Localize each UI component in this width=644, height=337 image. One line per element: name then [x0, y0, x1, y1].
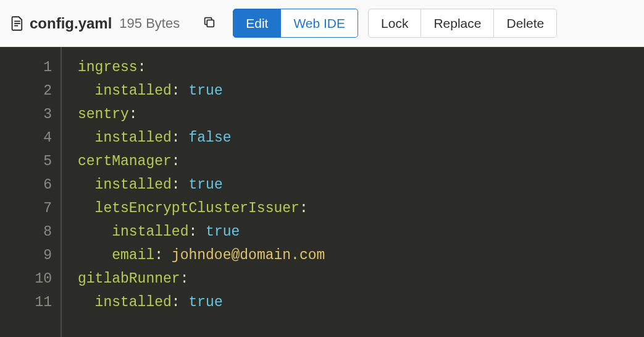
svg-rect-3 — [207, 20, 214, 27]
file-toolbar: config.yaml 195 Bytes Edit Web IDE Lock … — [0, 0, 644, 47]
code-line: sentry: — [78, 103, 325, 126]
line-number: 2 — [0, 79, 52, 103]
line-number-gutter: 1234567891011 — [0, 47, 62, 337]
code-line: installed: true — [78, 173, 325, 197]
replace-button[interactable]: Replace — [421, 9, 494, 38]
line-number: 9 — [0, 244, 52, 267]
file-icon — [11, 16, 23, 31]
code-line: installed: true — [78, 220, 325, 244]
line-number: 3 — [0, 103, 52, 126]
edit-button[interactable]: Edit — [233, 9, 281, 38]
code-line: installed: true — [78, 79, 325, 103]
code-line: installed: true — [78, 291, 325, 314]
web-ide-button[interactable]: Web IDE — [281, 9, 358, 38]
code-line: letsEncryptClusterIssuer: — [78, 197, 325, 220]
line-number: 1 — [0, 56, 52, 79]
code-line: certManager: — [78, 150, 325, 173]
delete-button[interactable]: Delete — [494, 9, 557, 38]
filesize: 195 Bytes — [119, 15, 180, 32]
code-viewer: 1234567891011 ingress: installed: truese… — [0, 47, 644, 337]
copy-icon — [203, 15, 216, 32]
line-number: 6 — [0, 173, 52, 197]
line-number: 8 — [0, 220, 52, 244]
filename: config.yaml — [30, 15, 112, 32]
code-line: email: johndoe@domain.com — [78, 244, 325, 267]
action-button-group: Lock Replace Delete — [368, 9, 557, 38]
code-line: installed: false — [78, 126, 325, 150]
line-number: 4 — [0, 126, 52, 150]
line-number: 10 — [0, 267, 52, 291]
code-content: ingress: installed: truesentry: installe… — [62, 47, 325, 337]
line-number: 5 — [0, 150, 52, 173]
code-line: ingress: — [78, 56, 325, 79]
code-line: gitlabRunner: — [78, 267, 325, 291]
edit-button-group: Edit Web IDE — [233, 9, 358, 38]
line-number: 7 — [0, 197, 52, 220]
line-number: 11 — [0, 291, 52, 314]
copy-path-button[interactable] — [197, 11, 222, 36]
file-info: config.yaml 195 Bytes — [11, 15, 180, 32]
lock-button[interactable]: Lock — [368, 9, 421, 38]
